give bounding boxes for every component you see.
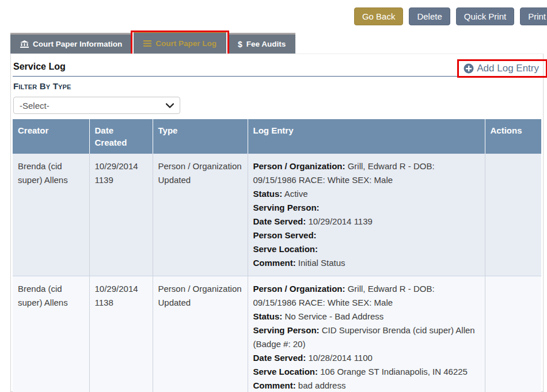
list-icon (143, 40, 151, 47)
tab-label: Fee Audits (246, 40, 286, 48)
actions-cell (485, 276, 541, 392)
type-cell: Person / Organization Updated (153, 276, 248, 392)
bank-icon (20, 40, 29, 48)
log-line: Status: No Service - Bad Address (253, 310, 480, 324)
date-created-cell: 10/29/2014 1138 (89, 276, 153, 392)
filter-type-select[interactable]: -Select- (13, 97, 180, 114)
column-header-creator: Creator (13, 119, 89, 154)
column-header-date-created: Date Created (89, 119, 153, 154)
log-entry-cell: Person / Organization: Grill, Edward R -… (248, 276, 485, 392)
log-line: Serving Person: CID Supervisor Brenda (c… (253, 324, 480, 351)
tab-court-paper-log[interactable]: Court Paper Log (134, 31, 226, 54)
quick-print-button[interactable]: Quick Print (456, 7, 514, 25)
go-back-button[interactable]: Go Back (354, 7, 404, 25)
dollar-icon: $ (238, 40, 242, 49)
column-header-log-entry: Log Entry (248, 119, 485, 154)
table-header-row: Creator Date Created Type Log Entry Acti… (13, 119, 541, 154)
log-line: Date Served: 10/29/2014 1139 (253, 215, 480, 229)
print-button[interactable]: Print (520, 7, 547, 25)
service-log-table: Creator Date Created Type Log Entry Acti… (13, 119, 541, 392)
log-line: Serving Person: (253, 201, 480, 215)
tab-court-paper-information[interactable]: Court Paper Information (10, 33, 132, 54)
actions-cell (485, 154, 541, 276)
log-entry-cell: Person / Organization: Grill, Edward R -… (248, 154, 485, 276)
toolbar: Go Back Delete Quick Print Print (354, 7, 547, 25)
log-line: Comment: bad address (253, 379, 480, 392)
chevron-down-icon (166, 103, 174, 108)
log-line: Serve Location: 106 Orange ST Indianapol… (253, 365, 480, 379)
date-created-cell: 10/29/2014 1139 (89, 154, 153, 276)
tab-fee-audits[interactable]: $ Fee Audits (228, 33, 295, 54)
log-line: Comment: Initial Status (253, 256, 480, 270)
log-line: Serve Location: (253, 242, 480, 256)
log-line: Person / Organization: Grill, Edward R -… (253, 282, 480, 310)
log-line: Person Served: (253, 229, 480, 242)
add-log-entry-label: Add Log Entry (477, 63, 539, 74)
tab-label: Court Paper Information (33, 40, 122, 48)
table-row: Brenda (cid super) Allens 10/29/2014 113… (13, 276, 541, 392)
content-panel: Service Log Add Log Entry Filter By Type… (10, 54, 544, 392)
select-value: -Select- (20, 101, 50, 111)
creator-cell: Brenda (cid super) Allens (13, 154, 89, 276)
tab-label: Court Paper Log (155, 39, 216, 48)
log-line: Date Served: 10/28/2014 1100 (253, 351, 480, 365)
plus-circle-icon (464, 63, 474, 74)
log-line: Person / Organization: Grill, Edward R -… (253, 159, 480, 187)
creator-cell: Brenda (cid super) Allens (13, 276, 89, 392)
filter-by-type-label: Filter By Type (13, 81, 541, 91)
column-header-actions: Actions (485, 119, 541, 154)
tab-bar: Court Paper Information Court Paper Log … (10, 31, 295, 54)
log-line: Status: Active (253, 187, 480, 201)
table-row: Brenda (cid super) Allens 10/29/2014 113… (13, 154, 541, 276)
column-header-type: Type (153, 119, 248, 154)
add-log-entry-button[interactable]: Add Log Entry (457, 59, 547, 78)
delete-button[interactable]: Delete (409, 7, 450, 25)
type-cell: Person / Organization Updated (153, 154, 248, 276)
